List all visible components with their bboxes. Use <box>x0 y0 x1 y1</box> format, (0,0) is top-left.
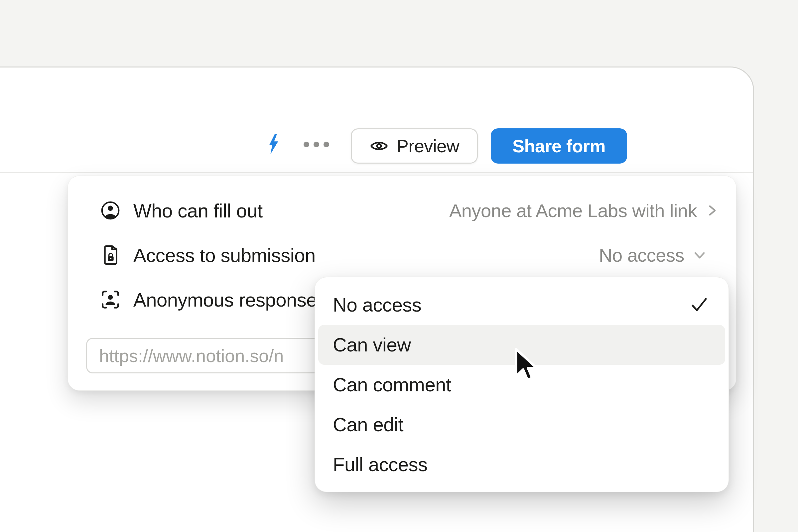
who-can-fill-out-value-group[interactable]: Anyone at Acme Labs with link <box>449 200 720 222</box>
menu-item-label: Can view <box>333 334 411 356</box>
share-form-button-label: Share form <box>512 136 606 156</box>
ellipsis-dot <box>314 141 319 147</box>
person-circle-icon <box>100 200 121 221</box>
person-scan-icon <box>100 289 121 310</box>
menu-item-full-access[interactable]: Full access <box>318 444 725 484</box>
chevron-down-icon <box>692 248 707 262</box>
more-options-button[interactable] <box>304 140 342 149</box>
ellipsis-dot <box>324 141 329 147</box>
preview-button[interactable]: Preview <box>351 128 478 164</box>
menu-item-label: No access <box>333 293 421 316</box>
mouse-cursor-icon <box>513 348 540 386</box>
lightning-bolt-icon[interactable] <box>266 134 280 155</box>
who-can-fill-out-label: Who can fill out <box>133 200 263 222</box>
chevron-right-icon <box>705 203 720 218</box>
anonymous-responses-label: Anonymous responses <box>133 289 326 311</box>
preview-button-label: Preview <box>397 136 459 156</box>
access-to-submission-row[interactable]: Access to submission No access <box>68 236 736 274</box>
menu-item-label: Full access <box>333 453 428 475</box>
access-to-submission-label: Access to submission <box>133 244 316 266</box>
access-to-submission-value: No access <box>599 244 684 266</box>
access-to-submission-value-group[interactable]: No access <box>599 244 707 266</box>
who-can-fill-out-value: Anyone at Acme Labs with link <box>449 200 697 222</box>
eye-icon <box>369 136 389 156</box>
checkmark-icon <box>690 295 709 315</box>
menu-item-no-access[interactable]: No access <box>318 285 725 325</box>
toolbar-divider <box>0 172 753 173</box>
document-lock-icon <box>100 245 121 265</box>
who-can-fill-out-row[interactable]: Who can fill out Anyone at Acme Labs wit… <box>68 192 736 229</box>
menu-item-label: Can edit <box>333 413 403 436</box>
ellipsis-dot <box>304 141 309 147</box>
menu-item-can-edit[interactable]: Can edit <box>318 404 725 444</box>
page-background: Preview Share form Who can fill out Anyo… <box>0 0 798 532</box>
menu-item-label: Can comment <box>333 374 451 396</box>
share-form-button[interactable]: Share form <box>491 128 627 164</box>
